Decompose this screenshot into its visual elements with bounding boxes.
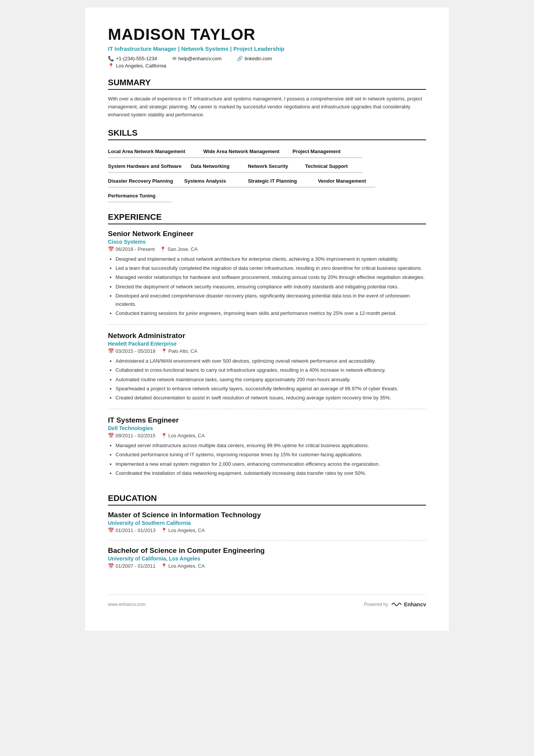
- degree-1: Master of Science in Information Technol…: [108, 511, 426, 540]
- bullet: Created detailed documentation to assist…: [116, 394, 426, 402]
- email-icon: ✉: [172, 56, 176, 61]
- bullet: Managed vendor relationships for hardwar…: [116, 273, 426, 281]
- job-2-title: Network Administrator: [108, 332, 426, 340]
- job-1-date: 📅 06/2018 - Present: [108, 246, 155, 252]
- job-1: Senior Network Engineer Cisco Systems 📅 …: [108, 230, 426, 325]
- bullet: Administered a LAN/WAN environment with …: [116, 357, 426, 365]
- skill-sysanalysis: Systems Analysis: [184, 175, 248, 188]
- degree-1-location: 📍 Los Angeles, CA: [161, 527, 205, 533]
- bullet: Spearheaded a project to enhance network…: [116, 385, 426, 393]
- summary-section: SUMMARY With over a decade of experience…: [108, 78, 426, 119]
- enhancv-logo: Enhancv: [390, 601, 426, 608]
- job-1-meta: 📅 06/2018 - Present 📍 San Jose, CA: [108, 246, 426, 252]
- footer-brand: Powered by Enhancv: [364, 601, 426, 608]
- job-1-company: Cisco Systems: [108, 239, 426, 245]
- job-3-meta: 📅 09/2011 - 02/2015 📍 Los Angeles, CA: [108, 433, 426, 438]
- job-1-location: 📍 San Jose, CA: [160, 246, 198, 252]
- bullet: Coordinated the installation of data net…: [116, 469, 426, 477]
- job-3-bullets: Managed server infrastructure across mul…: [108, 441, 426, 477]
- location-icon-2: 📍: [161, 348, 167, 354]
- job-2: Network Administrator Hewlett Packard En…: [108, 332, 426, 409]
- degree-2: Bachelor of Science in Computer Engineer…: [108, 546, 426, 576]
- bullet: Conducted training sessions for junior e…: [116, 309, 426, 317]
- skill-wan: Wide Area Network Management: [203, 146, 292, 158]
- enhancv-brand-name: Enhancv: [404, 601, 426, 607]
- email-contact: ✉ help@enhancv.com: [172, 56, 222, 61]
- degree-2-location: 📍 Los Angeles, CA: [161, 563, 205, 569]
- bullet: Managed server infrastructure across mul…: [116, 441, 426, 449]
- bullet: Developed and executed comprehensive dis…: [116, 292, 426, 308]
- skill-datanet: Data Networking: [190, 160, 248, 173]
- job-3-title: IT Systems Engineer: [108, 416, 426, 424]
- bullet: Designed and implemented a robust networ…: [116, 255, 426, 263]
- contact-row: 📞 +1-(234)-555-1234 ✉ help@enhancv.com 🔗…: [108, 56, 426, 61]
- location-icon-edu2: 📍: [161, 563, 167, 569]
- job-2-date: 📅 03/2015 - 05/2018: [108, 348, 156, 354]
- degree-1-school: University of Southern California: [108, 520, 426, 526]
- skill-disaster: Disaster Recovery Planning: [108, 175, 184, 188]
- skill-itplanning: Strategic IT Planning: [248, 175, 318, 188]
- job-2-company: Hewlett Packard Enterprise: [108, 341, 426, 347]
- resume-page: MADISON TAYLOR IT Infrastructure Manager…: [85, 8, 449, 631]
- job-3-company: Dell Technologies: [108, 425, 426, 431]
- degree-2-school: University of California, Los Angeles: [108, 556, 426, 562]
- skills-row-1: Local Area Network Management Wide Area …: [108, 146, 426, 159]
- job-3: IT Systems Engineer Dell Technologies 📅 …: [108, 416, 426, 484]
- bullet: Collaborated in cross-functional teams t…: [116, 366, 426, 374]
- bullet: Directed the deployment of network secur…: [116, 283, 426, 291]
- skill-lan: Local Area Network Management: [108, 146, 203, 158]
- skills-section: SKILLS Local Area Network Management Wid…: [108, 128, 426, 203]
- calendar-icon-edu2: 📅: [108, 563, 114, 569]
- header: MADISON TAYLOR IT Infrastructure Manager…: [108, 26, 426, 69]
- degree-2-meta: 📅 01/2007 - 01/2011 📍 Los Angeles, CA: [108, 563, 426, 569]
- calendar-icon-3: 📅: [108, 433, 114, 438]
- location-value: Los Angeles, California: [116, 63, 166, 69]
- location-icon-1: 📍: [160, 246, 166, 252]
- email-value: help@enhancv.com: [178, 56, 222, 61]
- phone-value: +1-(234)-555-1234: [116, 56, 157, 61]
- footer-website: www.enhancv.com: [108, 602, 145, 607]
- experience-title: EXPERIENCE: [108, 212, 426, 224]
- degree-1-title: Master of Science in Information Technol…: [108, 511, 426, 519]
- job-2-meta: 📅 03/2015 - 05/2018 📍 Palo Alto, CA: [108, 348, 426, 354]
- calendar-icon: 📅: [108, 246, 114, 252]
- bullet: Led a team that successfully completed t…: [116, 264, 426, 272]
- skills-row-3: Disaster Recovery Planning Systems Analy…: [108, 175, 426, 188]
- powered-by-text: Powered by: [364, 602, 388, 607]
- linkedin-value: linkedin.com: [245, 56, 272, 61]
- bullet: Conducted performance tuning of IT syste…: [116, 451, 426, 459]
- education-title: EDUCATION: [108, 493, 426, 506]
- skill-pm: Project Management: [292, 146, 362, 158]
- bullet: Implemented a new email system migration…: [116, 460, 426, 468]
- job-3-date: 📅 09/2011 - 02/2015: [108, 433, 156, 438]
- candidate-title: IT Infrastructure Manager | Network Syst…: [108, 45, 426, 52]
- linkedin-icon: 🔗: [237, 56, 243, 61]
- education-section: EDUCATION Master of Science in Informati…: [108, 493, 426, 576]
- bullet: Automated routine network maintenance ta…: [116, 376, 426, 383]
- phone-contact: 📞 +1-(234)-555-1234: [108, 56, 157, 61]
- summary-text: With over a decade of experience in IT i…: [108, 95, 426, 119]
- job-1-title: Senior Network Engineer: [108, 230, 426, 238]
- skill-support: Technical Support: [305, 160, 362, 173]
- skill-vendor: Vendor Management: [318, 175, 375, 188]
- skill-hardware: System Hardware and Software: [108, 160, 190, 173]
- degree-1-date: 📅 01/2011 - 01/2013: [108, 527, 156, 533]
- job-2-location: 📍 Palo Alto, CA: [161, 348, 198, 354]
- skills-title: SKILLS: [108, 128, 426, 140]
- degree-2-date: 📅 01/2007 - 01/2011: [108, 563, 156, 569]
- job-1-bullets: Designed and implemented a robust networ…: [108, 255, 426, 318]
- experience-section: EXPERIENCE Senior Network Engineer Cisco…: [108, 212, 426, 484]
- skills-row-4: Performance Tuning: [108, 190, 426, 203]
- phone-icon: 📞: [108, 56, 114, 61]
- calendar-icon-2: 📅: [108, 348, 114, 354]
- job-2-bullets: Administered a LAN/WAN environment with …: [108, 357, 426, 402]
- location-row: 📍 Los Angeles, California: [108, 63, 426, 69]
- location-icon: 📍: [108, 63, 114, 69]
- skills-grid: Local Area Network Management Wide Area …: [108, 146, 426, 203]
- degree-2-title: Bachelor of Science in Computer Engineer…: [108, 546, 426, 555]
- page-footer: www.enhancv.com Powered by Enhancv: [108, 595, 426, 608]
- linkedin-contact: 🔗 linkedin.com: [237, 56, 272, 61]
- skill-perf: Performance Tuning: [108, 190, 172, 202]
- enhancv-logo-symbol: [390, 601, 403, 608]
- calendar-icon-edu1: 📅: [108, 527, 114, 533]
